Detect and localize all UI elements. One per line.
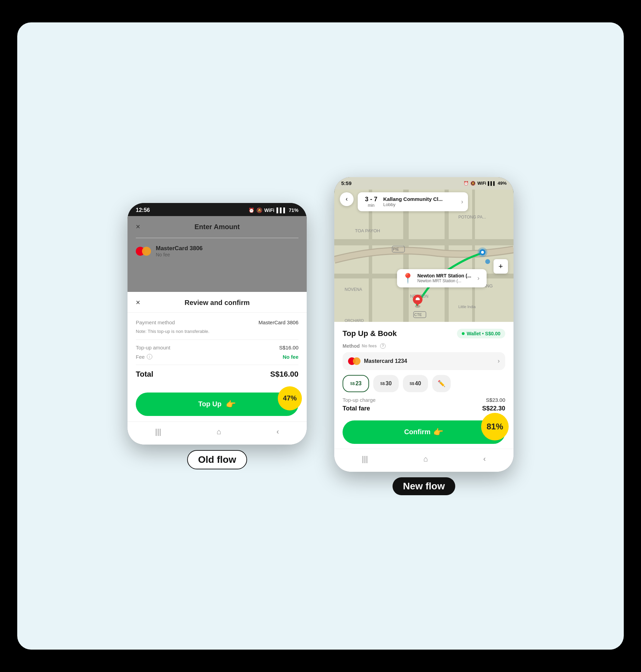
- amount-23-value: 23: [355, 380, 362, 387]
- old-flow-label-wrap: Old flow: [187, 450, 247, 469]
- old-nav-back-icon[interactable]: ‹: [276, 427, 279, 436]
- topup-charge-label: Top-up charge: [343, 397, 376, 403]
- old-payment-fee: No fee: [156, 252, 292, 257]
- route-time-text: 3 - 7: [363, 196, 380, 203]
- signal-icon: ▌▌▌: [276, 207, 287, 213]
- wallet-dot: [462, 332, 465, 335]
- new-signal-icon: ▌▌▌: [488, 181, 496, 185]
- fee-info-icon[interactable]: i: [147, 354, 152, 359]
- new-silent-icon: 🔕: [470, 181, 476, 186]
- new-status-bar: 5:59 ⏰ 🔕 WiFi ▌▌▌ 49%: [334, 177, 513, 190]
- wifi-icon: WiFi: [264, 207, 274, 213]
- review-divider-2: [136, 365, 298, 365]
- old-nav-home-icon[interactable]: ⌂: [216, 427, 221, 436]
- amount-23-currency: S$: [350, 381, 355, 386]
- svg-text:ORCHARD: ORCHARD: [345, 318, 364, 322]
- old-status-icons: ⏰ 🔕 WiFi ▌▌▌ 71%: [248, 207, 298, 213]
- enter-amount-screen: × Enter Amount MasterCard 3806 No fee ›: [128, 216, 307, 292]
- review-note: Note: This top-up is non transferable.: [136, 329, 298, 334]
- svg-text:PIE: PIE: [393, 247, 399, 251]
- enter-amount-close[interactable]: ×: [136, 222, 140, 231]
- confirm-button[interactable]: Confirm 👉 81%: [343, 420, 505, 444]
- amount-btn-30[interactable]: S$ 30: [373, 375, 398, 392]
- new-status-icons: ⏰ 🔕 WiFi ▌▌▌ 49%: [464, 181, 507, 186]
- new-card-name: Mastercard 1234: [364, 358, 407, 364]
- route-dest-block: Kallang Community Cl... Lobby: [383, 196, 458, 207]
- topup-amount-label: Top-up amount: [136, 345, 170, 350]
- wallet-text: Wallet • S$0.00: [467, 331, 500, 336]
- silent-icon: 🔕: [256, 207, 262, 213]
- location-name: Newton MRT Station (...: [417, 273, 471, 278]
- topup-book-panel: Top Up & Book Wallet • S$0.00 Method No …: [334, 322, 513, 472]
- fee-label-wrap: Fee i: [136, 354, 152, 360]
- old-payment-row[interactable]: MasterCard 3806 No fee ›: [128, 238, 307, 264]
- review-divider-1: [136, 339, 298, 340]
- route-card-chevron-icon: ›: [461, 198, 463, 205]
- main-container: 12:56 ⏰ 🔕 WiFi ▌▌▌ 71% × Enter Amount: [17, 22, 624, 650]
- old-flow-phone: 12:56 ⏰ 🔕 WiFi ▌▌▌ 71% × Enter Amount: [128, 203, 307, 445]
- amount-40-value: 40: [415, 380, 421, 387]
- method-section: Method No fees ? Mastercard 1234 ›: [334, 343, 513, 375]
- enter-amount-title: Enter Amount: [194, 223, 240, 231]
- location-card: 📍 Newton MRT Station (... Newton MRT Sta…: [397, 269, 487, 287]
- confirm-label: Confirm: [404, 428, 431, 436]
- route-dest-sub: Lobby: [383, 202, 458, 207]
- old-flow-label: Old flow: [187, 450, 247, 469]
- method-label-row: Method No fees ?: [343, 343, 505, 349]
- topup-title: Top Up & Book: [343, 329, 397, 338]
- old-flow-wrapper: 12:56 ⏰ 🔕 WiFi ▌▌▌ 71% × Enter Amount: [128, 203, 307, 469]
- confirm-hand-icon: 👉: [433, 427, 444, 437]
- new-percentage-text: 81%: [487, 422, 503, 431]
- new-percentage-badge: 81%: [481, 413, 509, 440]
- location-card-chevron-icon: ›: [477, 275, 479, 282]
- new-nav-home-icon[interactable]: ⌂: [423, 455, 428, 464]
- route-dest-name: Kallang Community Cl...: [383, 196, 458, 202]
- new-mastercard-logo: [348, 357, 360, 365]
- hand-icon: 👉: [226, 399, 236, 409]
- payment-method-value: MasterCard 3806: [258, 319, 298, 325]
- topup-charge-row: Top-up charge S$23.00: [343, 397, 505, 403]
- review-header: × Review and confirm: [128, 292, 307, 313]
- no-fees-text: No fees: [362, 344, 377, 348]
- battery-icon: 71%: [289, 207, 298, 213]
- total-label: Total: [136, 370, 153, 379]
- old-percentage-text: 47%: [283, 394, 297, 402]
- total-fare-value: S$22.30: [482, 405, 505, 412]
- new-wifi-icon: WiFi: [477, 181, 486, 186]
- amount-btn-40[interactable]: S$ 40: [403, 375, 428, 392]
- amount-edit-button[interactable]: ✏️: [432, 375, 451, 392]
- new-flow-phone: 5:59 ⏰ 🔕 WiFi ▌▌▌ 49%: [334, 177, 513, 472]
- amount-30-value: 30: [386, 380, 392, 387]
- total-fare-label: Total fare: [343, 405, 370, 412]
- new-flow-label-wrap: New flow: [393, 477, 455, 495]
- payment-method-row: Payment method MasterCard 3806: [136, 319, 298, 325]
- new-flow-wrapper: 5:59 ⏰ 🔕 WiFi ▌▌▌ 49%: [334, 177, 513, 495]
- method-card-inner: Mastercard 1234: [348, 357, 407, 365]
- review-title: Review and confirm: [185, 299, 250, 307]
- new-nav-menu-icon[interactable]: |||: [362, 455, 368, 464]
- edit-icon: ✏️: [438, 380, 445, 387]
- method-card-chevron-icon: ›: [498, 357, 500, 365]
- old-payment-info: MasterCard 3806 No fee: [156, 245, 292, 257]
- amount-30-currency: S$: [380, 381, 385, 386]
- method-card[interactable]: Mastercard 1234 ›: [343, 352, 505, 370]
- map-back-button[interactable]: ‹: [340, 192, 354, 206]
- fee-label-text: Fee: [136, 354, 145, 360]
- grey-spacer: [128, 264, 307, 292]
- old-nav-bar: ||| ⌂ ‹: [128, 421, 307, 445]
- wallet-badge: Wallet • S$0.00: [457, 329, 505, 338]
- old-percentage-badge: 47%: [278, 386, 302, 410]
- amount-btn-23[interactable]: S$ 23: [343, 375, 369, 392]
- review-close[interactable]: ×: [136, 298, 140, 307]
- map-zoom-plus-button[interactable]: +: [494, 259, 508, 274]
- old-payment-name: MasterCard 3806: [156, 245, 292, 252]
- new-nav-back-icon[interactable]: ‹: [483, 455, 486, 464]
- route-min-text: min: [363, 203, 380, 208]
- no-fees-help-icon[interactable]: ?: [380, 343, 386, 349]
- location-sub: Newton MRT Station (...: [417, 278, 471, 283]
- top-up-label: Top Up: [198, 400, 221, 408]
- new-status-time: 5:59: [341, 180, 352, 186]
- old-nav-menu-icon[interactable]: |||: [155, 427, 161, 436]
- plus-icon: +: [499, 262, 503, 271]
- top-up-button[interactable]: Top Up 👉 47%: [136, 393, 298, 416]
